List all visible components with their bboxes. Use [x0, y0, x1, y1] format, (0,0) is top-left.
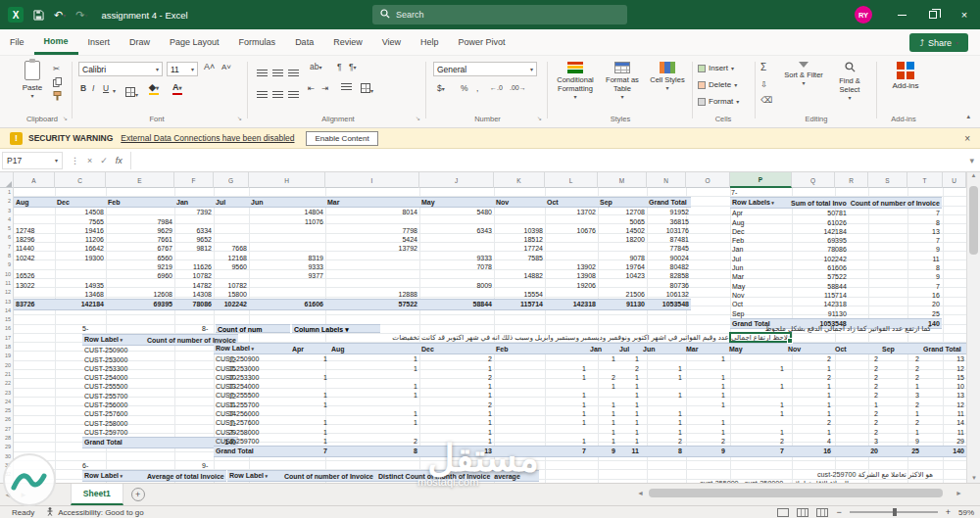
cell[interactable]: 1: [727, 428, 786, 437]
cell[interactable]: [249, 226, 325, 235]
formula-input[interactable]: [130, 152, 962, 169]
decrease-decimal-icon[interactable]: .00→: [510, 83, 526, 93]
row-header[interactable]: 1: [0, 188, 13, 197]
cell[interactable]: May: [727, 344, 786, 354]
cell[interactable]: 1: [684, 391, 727, 400]
row-header[interactable]: 18: [0, 343, 13, 352]
cell[interactable]: 1: [329, 364, 419, 373]
cell[interactable]: 2: [786, 418, 833, 427]
cell[interactable]: CUST-255700: [214, 400, 290, 409]
cell[interactable]: 1: [419, 418, 494, 427]
addins-button[interactable]: Add-ins: [884, 62, 927, 90]
cell[interactable]: [14, 262, 55, 271]
cell[interactable]: 12: [921, 364, 966, 373]
cell[interactable]: 1: [588, 418, 617, 427]
cell[interactable]: [494, 354, 588, 364]
cell[interactable]: 1: [290, 428, 329, 437]
cell[interactable]: 2: [880, 418, 921, 427]
cell[interactable]: 142318: [545, 300, 598, 309]
col-header[interactable]: K: [494, 172, 545, 188]
ltr-paragraph-icon[interactable]: ¶: [337, 62, 342, 71]
cell[interactable]: 7798: [325, 226, 419, 235]
row-header[interactable]: 13: [0, 298, 13, 306]
cell[interactable]: [174, 254, 214, 262]
cell[interactable]: [325, 254, 419, 262]
cell[interactable]: 91130: [598, 300, 647, 309]
cell[interactable]: [641, 354, 684, 364]
cell[interactable]: Apr: [82, 482, 145, 483]
cell[interactable]: [545, 235, 598, 244]
cell[interactable]: 9: [849, 272, 942, 281]
cell[interactable]: [641, 382, 684, 391]
cell[interactable]: 18200: [598, 235, 647, 244]
cell[interactable]: 20: [833, 447, 880, 456]
comma-style-icon[interactable]: ,: [476, 83, 478, 93]
scroll-down-icon[interactable]: ▼: [971, 475, 977, 481]
cell[interactable]: 1: [684, 400, 727, 409]
cell[interactable]: 1: [684, 354, 727, 364]
cell[interactable]: CUST-258000: [214, 428, 290, 437]
increase-font-icon[interactable]: A˄: [204, 62, 215, 71]
cell[interactable]: [325, 281, 419, 290]
cell[interactable]: 11: [617, 447, 641, 456]
cell[interactable]: 9078: [598, 254, 647, 262]
cell[interactable]: 29: [921, 437, 966, 447]
cell[interactable]: CUST-250900: [214, 354, 290, 364]
cell[interactable]: 12888: [325, 290, 419, 300]
col-header-active[interactable]: P: [730, 172, 792, 188]
cell[interactable]: 13: [282, 482, 376, 483]
col-header[interactable]: L: [545, 172, 598, 188]
cell[interactable]: [545, 290, 598, 300]
cell[interactable]: 2: [786, 354, 833, 364]
cell[interactable]: 1: [494, 418, 588, 427]
cell[interactable]: [14, 290, 55, 300]
cell[interactable]: 9333: [249, 262, 325, 271]
cell[interactable]: 19206: [545, 281, 598, 290]
cell[interactable]: 14: [921, 418, 966, 427]
cell[interactable]: 7: [849, 282, 942, 291]
cell[interactable]: 5065: [598, 217, 647, 226]
align-middle-icon[interactable]: [272, 64, 283, 81]
cell[interactable]: 2: [727, 437, 786, 447]
tab-power-pivot[interactable]: Power Pivot: [449, 29, 515, 55]
cell[interactable]: 1: [419, 382, 494, 391]
cell[interactable]: Oct: [545, 198, 598, 208]
expand-formula-bar-icon[interactable]: ▾: [969, 156, 974, 165]
cell[interactable]: [214, 271, 249, 280]
cell[interactable]: [419, 235, 494, 244]
cell[interactable]: Row Label: [82, 471, 145, 482]
cell[interactable]: [419, 217, 494, 226]
row-header[interactable]: 11: [0, 279, 13, 288]
enable-content-button[interactable]: Enable Content: [306, 131, 377, 146]
row-header[interactable]: 4: [0, 215, 13, 224]
cell[interactable]: [14, 217, 55, 226]
cell[interactable]: 106132: [647, 290, 691, 300]
cell[interactable]: Oct: [730, 300, 789, 308]
question-marker-8[interactable]: 8-: [202, 324, 208, 333]
name-box-options-icon[interactable]: ⋮: [71, 156, 79, 165]
tab-review[interactable]: Review: [323, 29, 372, 55]
cell[interactable]: [325, 262, 419, 271]
cell[interactable]: 1: [419, 437, 494, 447]
wrap-text-icon[interactable]: [341, 83, 352, 93]
cell[interactable]: Feb: [730, 236, 789, 245]
cell[interactable]: Dec: [55, 198, 106, 208]
col-header[interactable]: U: [943, 172, 966, 188]
accessibility-status[interactable]: Accessibility: Good to go: [46, 507, 144, 518]
cell[interactable]: 2: [419, 400, 494, 409]
row-header[interactable]: 22: [0, 379, 13, 388]
cell[interactable]: Sep: [598, 198, 647, 208]
cell[interactable]: [325, 217, 419, 226]
copy-icon[interactable]: [53, 77, 62, 89]
cell[interactable]: 1: [641, 364, 684, 373]
share-button[interactable]: ⤴Share▾: [909, 33, 968, 52]
cell[interactable]: 36815: [647, 217, 691, 226]
cell[interactable]: [249, 290, 325, 300]
cell[interactable]: [249, 244, 325, 253]
zoom-slider-thumb[interactable]: [893, 508, 897, 516]
name-box[interactable]: P17▾: [2, 152, 63, 169]
cell[interactable]: 25: [849, 309, 942, 319]
cell[interactable]: 1: [419, 428, 494, 437]
increase-indent-icon[interactable]: ⇥: [321, 83, 328, 93]
redo-icon[interactable]: ↷▾: [75, 9, 87, 22]
